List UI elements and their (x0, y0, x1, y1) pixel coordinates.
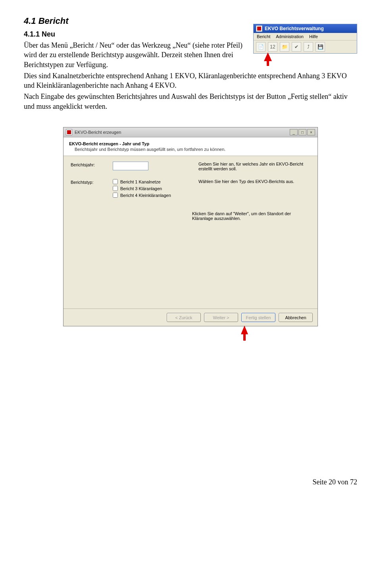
wizard-header-title: EKVO-Bericht erzeugen - Jahr und Typ (69, 141, 312, 146)
app-menubar: Bericht Administration Hilfe (254, 33, 357, 40)
wizard-header-sub: Berichtsjahr und Berichtstyp müssen ausg… (69, 147, 312, 152)
body-paragraph-2: Dies sind Kanalnetzberichte entsprechend… (24, 71, 357, 91)
wizard-button-bar: < Zurück Weiter > Fertig stellen Abbrech… (64, 308, 318, 326)
toolbar-badge: 12 (268, 42, 277, 52)
toolbar-save-icon[interactable]: 💾 (316, 42, 325, 52)
type-label: Berichtstyp: (71, 179, 106, 185)
wizard-window-title: EKVO-Bericht erzeugen (75, 130, 121, 135)
wizard-crest-icon (66, 129, 72, 135)
wizard-title-bar: EKVO-Bericht erzeugen _ □ × (64, 127, 318, 137)
toolbar-verify-icon[interactable]: ✔ (292, 42, 301, 52)
toolbar-folder-icon[interactable]: 📁 (280, 42, 289, 52)
year-input[interactable] (113, 162, 148, 170)
body-paragraph-3: Nach Eingabe des gewünschten Berichtsjah… (24, 92, 357, 111)
checkbox-kleinklaeranlagen-label: Bericht 4 Kleinkläranlagen (120, 193, 171, 198)
wizard-dialog: EKVO-Bericht erzeugen _ □ × EKVO-Bericht… (63, 127, 318, 326)
app-crest-icon (256, 25, 262, 32)
checkbox-klaeranlagen-label: Bericht 3 Kläranlagen (120, 186, 162, 191)
checkbox-kleinklaeranlagen[interactable] (113, 193, 118, 198)
page-footer: Seite 20 von 72 (24, 478, 357, 486)
checkbox-kanalnetze-label: Bericht 1 Kanalnetze (120, 179, 161, 184)
checkbox-kanalnetze[interactable] (113, 179, 118, 184)
close-button[interactable]: × (307, 129, 315, 135)
menu-hilfe[interactable]: Hilfe (309, 34, 318, 39)
wizard-note: Klicken Sie dann auf "Weiter", um den St… (192, 211, 310, 221)
app-titlebar: EKVO Berichtsverwaltung (254, 24, 357, 33)
next-button: Weiter > (204, 313, 238, 322)
app-toolbar: 📄 12 📁 ✔ ⤴ 💾 (254, 40, 357, 53)
wizard-header: EKVO-Bericht erzeugen - Jahr und Typ Ber… (64, 137, 318, 156)
year-label: Berichtsjahr: (71, 162, 106, 167)
menu-bericht[interactable]: Bericht (257, 34, 270, 39)
back-button: < Zurück (167, 313, 201, 322)
type-hint: Wählen Sie hier den Typ des EKVO-Bericht… (198, 179, 310, 184)
finish-button[interactable]: Fertig stellen (241, 313, 275, 322)
app-thumbnail: EKVO Berichtsverwaltung Bericht Administ… (253, 24, 357, 54)
minimize-button[interactable]: _ (290, 129, 298, 135)
toolbar-export-icon[interactable]: ⤴ (304, 42, 313, 52)
red-arrow-icon (264, 52, 272, 61)
cancel-button[interactable]: Abbrechen (279, 313, 313, 322)
menu-administration[interactable]: Administration (276, 34, 304, 39)
maximize-button[interactable]: □ (298, 129, 306, 135)
body-paragraph-1: Über das Menü „Bericht / Neu“ oder das W… (24, 40, 246, 69)
year-hint: Geben Sie hier an, für welches Jahr ein … (198, 162, 310, 171)
red-arrow-finish-icon (241, 326, 248, 334)
wizard-body: Berichtsjahr: Geben Sie hier an, für wel… (64, 156, 318, 308)
app-title: EKVO Berichtsverwaltung (265, 26, 324, 31)
checkbox-klaeranlagen[interactable] (113, 186, 118, 191)
toolbar-new-icon[interactable]: 📄 (256, 42, 266, 52)
